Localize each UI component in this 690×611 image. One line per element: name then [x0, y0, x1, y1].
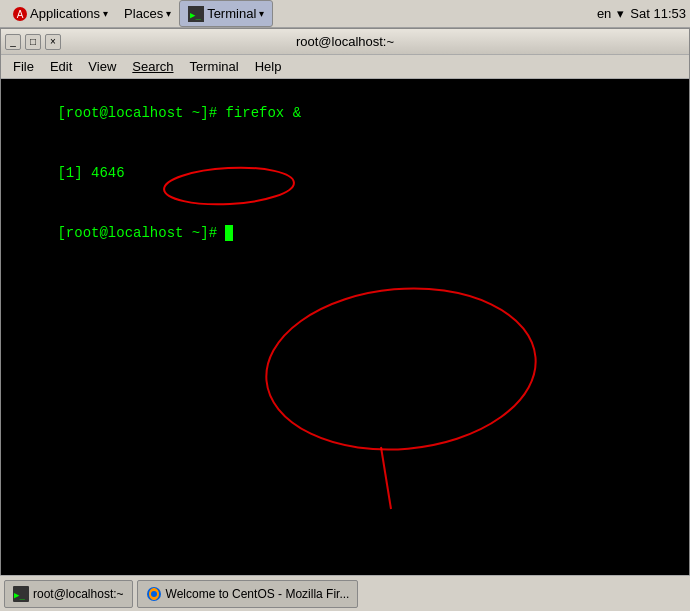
applications-label: Applications [30, 6, 100, 21]
terminal-taskbar-icon: ▶_ [13, 586, 29, 602]
topbar-right: en ▾ Sat 11:53 [597, 6, 686, 21]
terminal-menubar: File Edit View Search Terminal Help [1, 55, 689, 79]
terminal-line-1: [root@localhost ~]# firefox & [7, 83, 683, 143]
menu-search-label: Search [132, 59, 173, 74]
menu-file[interactable]: File [5, 57, 42, 76]
menu-view[interactable]: View [80, 57, 124, 76]
menu-edit[interactable]: Edit [42, 57, 80, 76]
prompt-1: [root@localhost ~]# [57, 105, 225, 121]
terminal-line-3: [root@localhost ~]# [7, 203, 683, 263]
terminal-titlebar: _ □ × root@localhost:~ [1, 29, 689, 55]
firefox-icon-svg [146, 586, 162, 602]
terminal-menu[interactable]: ▶_ Terminal ▾ [179, 0, 273, 27]
taskbar-terminal-label: root@localhost:~ [33, 587, 124, 601]
terminal-title: root@localhost:~ [296, 34, 394, 49]
menu-help[interactable]: Help [247, 57, 290, 76]
places-label: Places [124, 6, 163, 21]
svg-point-10 [151, 591, 157, 597]
system-topbar: A Applications ▾ Places ▾ ▶_ Terminal ▾ … [0, 0, 690, 28]
terminal-icon-svg: ▶_ [13, 586, 29, 602]
places-menu[interactable]: Places ▾ [116, 0, 179, 27]
cursor [225, 225, 233, 241]
clock: Sat 11:53 [630, 6, 686, 21]
minimize-button[interactable]: _ [5, 34, 21, 50]
svg-text:A: A [17, 9, 24, 20]
lang-arrow: ▾ [617, 6, 624, 21]
applications-menu[interactable]: A Applications ▾ [4, 0, 116, 27]
close-button[interactable]: × [45, 34, 61, 50]
command-1: firefox & [225, 105, 301, 121]
titlebar-buttons: _ □ × [5, 34, 61, 50]
menu-edit-label: Edit [50, 59, 72, 74]
prompt-2: [root@localhost ~]# [57, 225, 225, 241]
svg-text:▶_: ▶_ [14, 590, 25, 600]
taskbar-firefox-label: Welcome to CentOS - Mozilla Fir... [166, 587, 350, 601]
maximize-button[interactable]: □ [25, 34, 41, 50]
menu-terminal-label: Terminal [190, 59, 239, 74]
applications-icon: A [12, 6, 28, 22]
taskbar-firefox[interactable]: Welcome to CentOS - Mozilla Fir... [137, 580, 359, 608]
menu-terminal[interactable]: Terminal [182, 57, 247, 76]
menu-search[interactable]: Search [124, 57, 181, 76]
firefox-taskbar-icon [146, 586, 162, 602]
svg-point-5 [260, 278, 543, 461]
svg-line-6 [381, 447, 391, 509]
taskbar: ▶_ root@localhost:~ Welcome to CentOS - … [0, 575, 690, 611]
menu-file-label: File [13, 59, 34, 74]
terminal-top-icon: ▶_ [188, 6, 204, 22]
job-output: [1] 4646 [57, 165, 124, 181]
places-arrow: ▾ [166, 8, 171, 19]
terminal-content[interactable]: [root@localhost ~]# firefox & [1] 4646 [… [1, 79, 689, 581]
terminal-line-2: [1] 4646 [7, 143, 683, 203]
menu-help-label: Help [255, 59, 282, 74]
menu-view-label: View [88, 59, 116, 74]
terminal-window: _ □ × root@localhost:~ File Edit View Se… [0, 28, 690, 580]
language-indicator: en [597, 6, 611, 21]
terminal-top-label: Terminal [207, 6, 256, 21]
applications-arrow: ▾ [103, 8, 108, 19]
terminal-arrow: ▾ [259, 8, 264, 19]
svg-text:▶_: ▶_ [190, 10, 201, 20]
taskbar-terminal[interactable]: ▶_ root@localhost:~ [4, 580, 133, 608]
